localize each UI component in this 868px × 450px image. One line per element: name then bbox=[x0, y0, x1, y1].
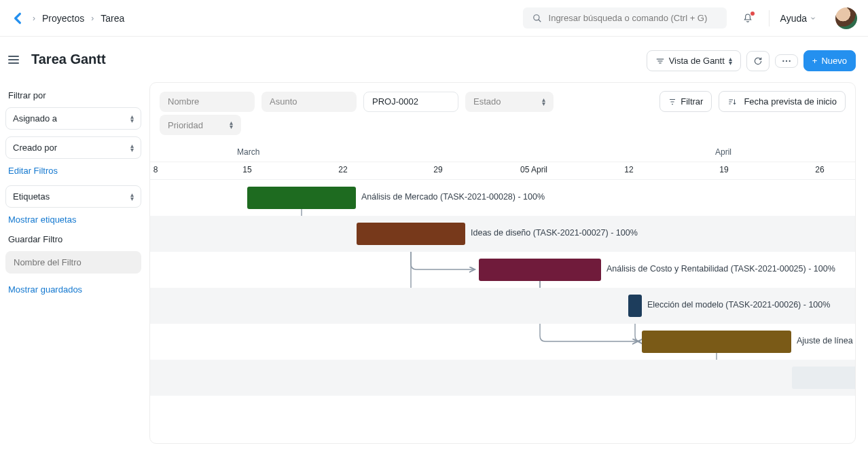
gantt-row: Elección del modelo (TASK-2021-00026) - … bbox=[150, 288, 855, 324]
chevron-right-icon: › bbox=[33, 14, 35, 23]
plus-icon: + bbox=[812, 56, 818, 66]
gantt-bar[interactable] bbox=[247, 187, 356, 209]
topbar: › Proyectos › Tarea Ingresar búsqueda o … bbox=[0, 0, 868, 37]
gantt-bar[interactable] bbox=[628, 295, 642, 317]
gantt-chart[interactable]: MarchApril 815222905 April121926 Análisi… bbox=[150, 145, 855, 443]
avatar[interactable] bbox=[835, 7, 857, 29]
logo-icon bbox=[11, 12, 24, 25]
gantt-bar-label: Análisis de Mercado (TASK-2021-00028) - … bbox=[361, 192, 545, 202]
gantt-panel: Nombre Asunto PROJ-0002 Estado ▴▾ Filtra… bbox=[149, 82, 856, 444]
show-saved-link[interactable]: Mostrar guardados bbox=[8, 284, 141, 295]
gantt-day-label: 29 bbox=[433, 165, 442, 174]
filter-button[interactable]: Filtrar bbox=[659, 91, 712, 112]
gantt-day-label: 19 bbox=[719, 165, 728, 174]
notification-dot-icon bbox=[751, 12, 755, 16]
content: Vista de Gantt ▴▾ + Nuevo Nombre Asunto … bbox=[149, 37, 868, 450]
gantt-row: Análisis de Costo y Rentabilidad (TASK-2… bbox=[150, 252, 855, 288]
select-arrows-icon: ▴▾ bbox=[729, 57, 732, 65]
select-arrows-icon: ▴▾ bbox=[130, 115, 134, 123]
project-filter[interactable]: PROJ-0002 bbox=[363, 92, 458, 112]
gantt-bar[interactable] bbox=[792, 367, 855, 389]
breadcrumb-item[interactable]: Proyectos bbox=[42, 13, 84, 24]
svg-point-6 bbox=[786, 60, 787, 61]
gantt-bar-label: Ajuste de línea d bbox=[797, 336, 855, 345]
search-input[interactable]: Ingresar búsqueda o comando (Ctrl + G) bbox=[523, 7, 727, 29]
select-arrows-icon: ▴▾ bbox=[542, 98, 545, 106]
created-by-label: Creado por bbox=[13, 143, 57, 153]
new-label: Nuevo bbox=[821, 56, 847, 66]
breadcrumb: › Proyectos › Tarea bbox=[33, 13, 124, 24]
gantt-month-label: April bbox=[715, 147, 731, 157]
assigned-to-select[interactable]: Asignado a ▴▾ bbox=[5, 107, 141, 130]
status-filter-label: Estado bbox=[473, 96, 501, 107]
search-icon bbox=[532, 14, 542, 23]
gantt-day-row: 815222905 April121926 bbox=[150, 162, 855, 180]
gantt-row: Ajuste de línea d bbox=[150, 324, 855, 360]
chevron-right-icon: › bbox=[91, 14, 94, 23]
select-arrows-icon: ▴▾ bbox=[130, 144, 134, 152]
sort-icon bbox=[727, 97, 737, 107]
gantt-bar-label: Análisis de Costo y Rentabilidad (TASK-2… bbox=[607, 264, 835, 274]
filter-icon bbox=[668, 98, 676, 106]
sort-button[interactable]: Fecha prevista de inicio bbox=[719, 91, 846, 112]
name-filter-label: Nombre bbox=[168, 96, 199, 107]
tags-select[interactable]: Etiquetas ▴▾ bbox=[5, 185, 141, 208]
gantt-bar[interactable] bbox=[357, 223, 465, 245]
svg-point-0 bbox=[533, 14, 539, 20]
view-icon bbox=[655, 56, 665, 66]
gantt-body: Análisis de Mercado (TASK-2021-00028) - … bbox=[150, 180, 855, 396]
show-tags-link[interactable]: Mostrar etiquetas bbox=[8, 214, 141, 225]
help-menu[interactable]: Ayuda bbox=[780, 13, 816, 24]
subject-filter-label: Asunto bbox=[270, 96, 297, 107]
edit-filters-link[interactable]: Editar Filtros bbox=[8, 166, 141, 176]
divider bbox=[769, 10, 770, 26]
priority-filter-label: Prioridad bbox=[168, 120, 203, 130]
gantt-row bbox=[150, 360, 855, 396]
dots-icon bbox=[782, 60, 791, 62]
gantt-row: Ideas de diseño (TASK-2021-00027) - 100% bbox=[150, 216, 855, 252]
gantt-row: Análisis de Mercado (TASK-2021-00028) - … bbox=[150, 180, 855, 216]
view-switcher[interactable]: Vista de Gantt ▴▾ bbox=[647, 50, 741, 71]
status-filter[interactable]: Estado ▴▾ bbox=[465, 92, 554, 112]
gantt-bar-label: Ideas de diseño (TASK-2021-00027) - 100% bbox=[471, 228, 638, 238]
gantt-bar[interactable] bbox=[479, 259, 601, 281]
refresh-icon bbox=[753, 56, 763, 66]
assigned-to-label: Asignado a bbox=[13, 113, 57, 124]
subject-filter[interactable]: Asunto bbox=[261, 92, 357, 112]
name-filter[interactable]: Nombre bbox=[160, 92, 255, 112]
filter-button-label: Filtrar bbox=[681, 96, 703, 107]
save-filter-label: Guardar Filtro bbox=[8, 234, 141, 244]
tags-label: Etiquetas bbox=[13, 191, 50, 202]
gantt-day-label: 22 bbox=[338, 165, 347, 174]
search-placeholder: Ingresar búsqueda o comando (Ctrl + G) bbox=[549, 13, 708, 23]
notifications-button[interactable] bbox=[742, 12, 754, 24]
created-by-select[interactable]: Creado por ▴▾ bbox=[5, 136, 141, 159]
gantt-month-label: March bbox=[237, 147, 259, 157]
menu-icon[interactable] bbox=[5, 53, 22, 67]
project-filter-value: PROJ-0002 bbox=[372, 96, 418, 107]
gantt-day-label: 26 bbox=[815, 165, 824, 174]
svg-line-1 bbox=[538, 19, 541, 22]
filter-by-label: Filtrar por bbox=[8, 90, 141, 100]
new-button[interactable]: + Nuevo bbox=[803, 50, 856, 71]
gantt-day-label: 05 April bbox=[520, 165, 547, 174]
view-label: Vista de Gantt bbox=[669, 56, 725, 66]
select-arrows-icon: ▴▾ bbox=[230, 121, 233, 129]
page-title: Tarea Gantt bbox=[31, 52, 106, 67]
gantt-bar[interactable] bbox=[642, 331, 791, 353]
gantt-month-row: MarchApril bbox=[150, 145, 855, 162]
refresh-button[interactable] bbox=[746, 51, 770, 71]
help-label: Ayuda bbox=[780, 13, 807, 24]
priority-filter[interactable]: Prioridad ▴▾ bbox=[160, 115, 241, 135]
svg-point-7 bbox=[789, 60, 790, 61]
chevron-down-icon bbox=[810, 15, 816, 22]
filter-name-input[interactable] bbox=[5, 251, 141, 274]
gantt-day-label: 8 bbox=[153, 165, 158, 174]
sidebar: Tarea Gantt Filtrar por Asignado a ▴▾ Cr… bbox=[0, 37, 149, 450]
gantt-bar-label: Elección del modelo (TASK-2021-00026) - … bbox=[647, 300, 830, 310]
svg-point-5 bbox=[782, 60, 784, 61]
gantt-day-label: 15 bbox=[242, 165, 251, 174]
select-arrows-icon: ▴▾ bbox=[130, 193, 134, 201]
more-button[interactable] bbox=[775, 54, 798, 68]
breadcrumb-item[interactable]: Tarea bbox=[101, 13, 124, 24]
